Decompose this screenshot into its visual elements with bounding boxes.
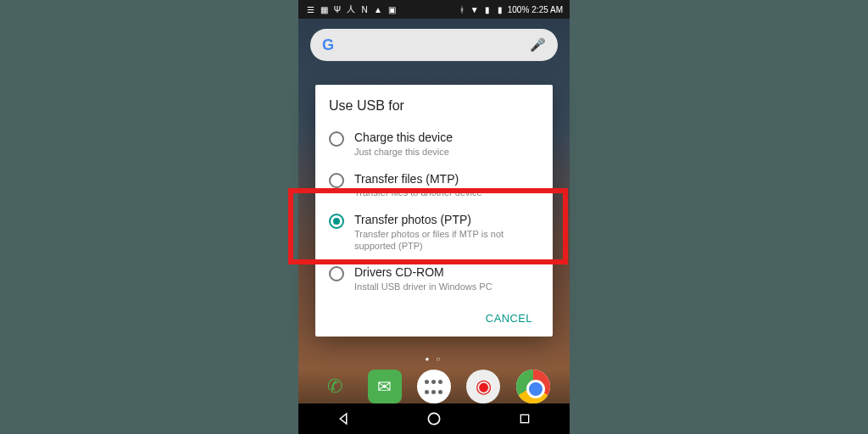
tab-icon: ▣ [387, 4, 397, 14]
cancel-button[interactable]: CANCEL [479, 307, 539, 330]
option-sub: Just charge this device [354, 147, 453, 159]
person-icon: 人 [346, 4, 356, 14]
clock: 2:25 AM [531, 5, 563, 14]
notification-icon: ☰ [305, 4, 315, 14]
battery-icon: ▮ [495, 4, 505, 14]
signal-icon: ▮ [482, 4, 492, 14]
app-drawer-icon[interactable] [417, 370, 451, 403]
dialog-actions: CANCEL [329, 300, 539, 330]
mic-icon[interactable]: 🎤 [530, 37, 546, 53]
option-label: Transfer photos (PTP) [354, 213, 539, 227]
radio-icon [329, 173, 344, 188]
dialog-title: Use USB for [329, 98, 539, 114]
messages-app-icon[interactable]: ✉ [368, 370, 402, 403]
battery-percent: 100% [508, 5, 530, 14]
page-indicator: ● ○ [298, 355, 570, 363]
bluetooth-icon: ᚼ [457, 4, 467, 14]
home-button[interactable] [421, 406, 447, 431]
camera-app-icon[interactable]: ◉ [466, 370, 500, 403]
option-label: Transfer files (MTP) [354, 172, 482, 186]
option-ptp[interactable]: Transfer photos (PTP) Transfer photos or… [329, 206, 539, 259]
status-icons-left: ☰ ▦ Ψ 人 N ▲ ▣ [305, 4, 397, 14]
radio-icon [329, 131, 344, 147]
nfc-icon: N [359, 4, 370, 14]
svg-point-0 [428, 413, 439, 424]
option-sub: Install USB driver in Windows PC [354, 281, 492, 293]
phone-app-icon[interactable]: ✆ [318, 370, 352, 403]
nav-bar [298, 403, 570, 434]
radio-icon [329, 266, 344, 281]
svg-rect-1 [520, 415, 528, 422]
google-logo-icon: G [322, 36, 334, 54]
status-bar: ☰ ▦ Ψ 人 N ▲ ▣ ᚼ ▼ ▮ ▮ 100% 2:25 AM [298, 0, 570, 19]
wifi-icon: ▼ [470, 4, 480, 14]
calendar-icon: ▦ [319, 4, 329, 14]
search-widget: G 🎤 [298, 19, 570, 68]
option-sub: Transfer photos or files if MTP is not s… [354, 229, 539, 253]
usb-dialog: Use USB for Charge this device Just char… [315, 85, 553, 337]
option-cdrom[interactable]: Drivers CD-ROM Install USB driver in Win… [329, 259, 539, 300]
option-charge[interactable]: Charge this device Just charge this devi… [329, 124, 539, 165]
recents-button[interactable] [512, 406, 537, 431]
back-button[interactable] [331, 406, 356, 431]
radio-icon [329, 214, 344, 229]
google-search-bar[interactable]: G 🎤 [310, 29, 558, 61]
app-dock: ✆ ✉ ◉ [298, 370, 570, 403]
option-sub: Transfer files to another device [354, 187, 482, 199]
option-mtp[interactable]: Transfer files (MTP) Transfer files to a… [329, 165, 539, 207]
usb-icon: Ψ [332, 4, 342, 14]
chrome-app-icon[interactable] [516, 370, 550, 403]
status-icons-right: ᚼ ▼ ▮ ▮ 100% 2:25 AM [457, 4, 563, 14]
warning-icon: ▲ [373, 4, 383, 14]
option-label: Charge this device [354, 131, 453, 145]
option-label: Drivers CD-ROM [354, 265, 492, 280]
